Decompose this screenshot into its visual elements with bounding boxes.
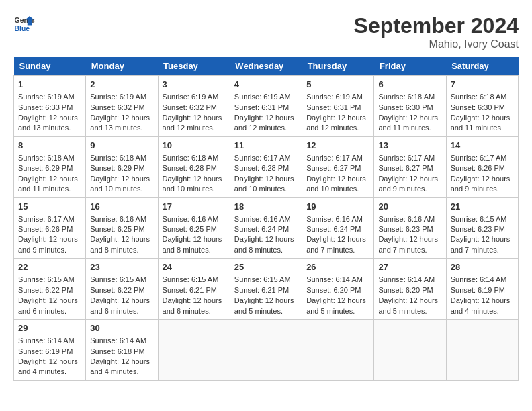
daylight-text: Daylight: 12 hours and 5 minutes. xyxy=(234,295,298,316)
sunrise-text: Sunrise: 6:17 AM xyxy=(451,153,514,163)
day-number: 8 xyxy=(18,140,81,152)
calendar-cell: 17Sunrise: 6:16 AMSunset: 6:25 PMDayligh… xyxy=(158,197,230,259)
calendar-cell: 11Sunrise: 6:17 AMSunset: 6:28 PMDayligh… xyxy=(230,136,302,197)
calendar-cell xyxy=(446,320,518,381)
day-number: 24 xyxy=(163,261,226,273)
day-header-tuesday: Tuesday xyxy=(158,57,230,76)
sunset-text: Sunset: 6:18 PM xyxy=(90,347,153,357)
day-header-monday: Monday xyxy=(86,57,158,76)
sunrise-text: Sunrise: 6:14 AM xyxy=(451,275,514,285)
sunset-text: Sunset: 6:20 PM xyxy=(306,285,369,295)
day-number: 21 xyxy=(451,201,514,213)
sunset-text: Sunset: 6:19 PM xyxy=(451,285,514,295)
day-header-thursday: Thursday xyxy=(302,57,374,76)
sunrise-text: Sunrise: 6:18 AM xyxy=(378,92,441,102)
sunrise-text: Sunrise: 6:19 AM xyxy=(234,92,298,102)
daylight-text: Daylight: 12 hours and 13 minutes. xyxy=(90,113,153,134)
svg-text:Blue: Blue xyxy=(15,25,30,32)
calendar-cell xyxy=(230,320,302,381)
daylight-text: Daylight: 12 hours and 12 minutes. xyxy=(163,113,226,134)
day-number: 17 xyxy=(163,201,226,213)
sunrise-text: Sunrise: 6:14 AM xyxy=(378,275,441,285)
sunset-text: Sunset: 6:25 PM xyxy=(163,224,226,234)
sunset-text: Sunset: 6:29 PM xyxy=(18,163,81,173)
sunrise-text: Sunrise: 6:14 AM xyxy=(18,336,81,346)
day-header-sunday: Sunday xyxy=(14,57,86,76)
sunrise-text: Sunrise: 6:14 AM xyxy=(90,336,153,346)
sunrise-text: Sunrise: 6:18 AM xyxy=(451,92,514,102)
daylight-text: Daylight: 12 hours and 13 minutes. xyxy=(18,113,81,134)
sunset-text: Sunset: 6:21 PM xyxy=(234,285,298,295)
day-number: 26 xyxy=(306,261,369,273)
daylight-text: Daylight: 12 hours and 12 minutes. xyxy=(306,113,369,134)
day-number: 30 xyxy=(90,322,153,334)
calendar-cell: 20Sunrise: 6:16 AMSunset: 6:23 PMDayligh… xyxy=(374,197,446,259)
page-header: General Blue September 2024 Mahio, Ivory… xyxy=(13,13,519,50)
daylight-text: Daylight: 12 hours and 10 minutes. xyxy=(306,174,369,195)
sunset-text: Sunset: 6:32 PM xyxy=(90,103,153,113)
sunset-text: Sunset: 6:23 PM xyxy=(451,224,514,234)
sunset-text: Sunset: 6:22 PM xyxy=(90,285,153,295)
sunrise-text: Sunrise: 6:18 AM xyxy=(163,153,226,163)
daylight-text: Daylight: 12 hours and 11 minutes. xyxy=(378,113,441,134)
week-row-4: 22Sunrise: 6:15 AMSunset: 6:22 PMDayligh… xyxy=(14,259,519,320)
sunset-text: Sunset: 6:27 PM xyxy=(306,163,369,173)
day-number: 16 xyxy=(90,201,153,213)
sunset-text: Sunset: 6:24 PM xyxy=(306,224,369,234)
sunset-text: Sunset: 6:32 PM xyxy=(163,103,226,113)
sunset-text: Sunset: 6:29 PM xyxy=(90,163,153,173)
calendar-cell: 1Sunrise: 6:19 AMSunset: 6:33 PMDaylight… xyxy=(14,76,86,137)
sunrise-text: Sunrise: 6:19 AM xyxy=(163,92,226,102)
daylight-text: Daylight: 12 hours and 4 minutes. xyxy=(18,357,81,377)
sunset-text: Sunset: 6:24 PM xyxy=(234,224,298,234)
sunset-text: Sunset: 6:20 PM xyxy=(378,285,441,295)
daylight-text: Daylight: 12 hours and 10 minutes. xyxy=(90,174,153,195)
calendar-cell: 15Sunrise: 6:17 AMSunset: 6:26 PMDayligh… xyxy=(14,197,86,259)
day-number: 9 xyxy=(90,140,153,152)
day-number: 10 xyxy=(163,140,226,152)
calendar-cell: 27Sunrise: 6:14 AMSunset: 6:20 PMDayligh… xyxy=(374,259,446,320)
day-number: 11 xyxy=(234,140,298,152)
daylight-text: Daylight: 12 hours and 12 minutes. xyxy=(234,113,298,134)
day-number: 25 xyxy=(234,261,298,273)
day-number: 3 xyxy=(163,79,226,91)
day-number: 14 xyxy=(451,140,514,152)
calendar-cell: 24Sunrise: 6:15 AMSunset: 6:21 PMDayligh… xyxy=(158,259,230,320)
calendar-cell: 28Sunrise: 6:14 AMSunset: 6:19 PMDayligh… xyxy=(446,259,518,320)
daylight-text: Daylight: 12 hours and 6 minutes. xyxy=(18,295,81,316)
day-headers-row: SundayMondayTuesdayWednesdayThursdayFrid… xyxy=(14,57,519,76)
daylight-text: Daylight: 12 hours and 5 minutes. xyxy=(306,295,369,316)
day-number: 12 xyxy=(306,140,369,152)
calendar-cell xyxy=(158,320,230,381)
sunrise-text: Sunrise: 6:19 AM xyxy=(90,92,153,102)
sunrise-text: Sunrise: 6:16 AM xyxy=(234,214,298,224)
sunrise-text: Sunrise: 6:17 AM xyxy=(18,214,81,224)
calendar-cell: 26Sunrise: 6:14 AMSunset: 6:20 PMDayligh… xyxy=(302,259,374,320)
calendar-cell: 5Sunrise: 6:19 AMSunset: 6:31 PMDaylight… xyxy=(302,76,374,137)
sunset-text: Sunset: 6:28 PM xyxy=(163,163,226,173)
sunrise-text: Sunrise: 6:16 AM xyxy=(90,214,153,224)
calendar-cell: 30Sunrise: 6:14 AMSunset: 6:18 PMDayligh… xyxy=(86,320,158,381)
sunset-text: Sunset: 6:22 PM xyxy=(18,285,81,295)
week-row-5: 29Sunrise: 6:14 AMSunset: 6:19 PMDayligh… xyxy=(14,320,519,381)
daylight-text: Daylight: 12 hours and 7 minutes. xyxy=(306,234,369,255)
sunset-text: Sunset: 6:33 PM xyxy=(18,103,81,113)
week-row-1: 1Sunrise: 6:19 AMSunset: 6:33 PMDaylight… xyxy=(14,76,519,137)
calendar-cell: 10Sunrise: 6:18 AMSunset: 6:28 PMDayligh… xyxy=(158,136,230,197)
logo: General Blue xyxy=(13,13,35,35)
sunset-text: Sunset: 6:26 PM xyxy=(451,163,514,173)
sunset-text: Sunset: 6:30 PM xyxy=(451,103,514,113)
calendar-cell xyxy=(374,320,446,381)
logo-icon: General Blue xyxy=(13,13,35,35)
daylight-text: Daylight: 12 hours and 7 minutes. xyxy=(378,234,441,255)
sunrise-text: Sunrise: 6:17 AM xyxy=(306,153,369,163)
day-number: 5 xyxy=(306,79,369,91)
calendar-cell: 7Sunrise: 6:18 AMSunset: 6:30 PMDaylight… xyxy=(446,76,518,137)
daylight-text: Daylight: 12 hours and 6 minutes. xyxy=(163,295,226,316)
calendar-cell: 16Sunrise: 6:16 AMSunset: 6:25 PMDayligh… xyxy=(86,197,158,259)
calendar-cell: 22Sunrise: 6:15 AMSunset: 6:22 PMDayligh… xyxy=(14,259,86,320)
day-header-saturday: Saturday xyxy=(446,57,518,76)
sunset-text: Sunset: 6:27 PM xyxy=(378,163,441,173)
calendar-cell: 23Sunrise: 6:15 AMSunset: 6:22 PMDayligh… xyxy=(86,259,158,320)
daylight-text: Daylight: 12 hours and 9 minutes. xyxy=(378,174,441,195)
